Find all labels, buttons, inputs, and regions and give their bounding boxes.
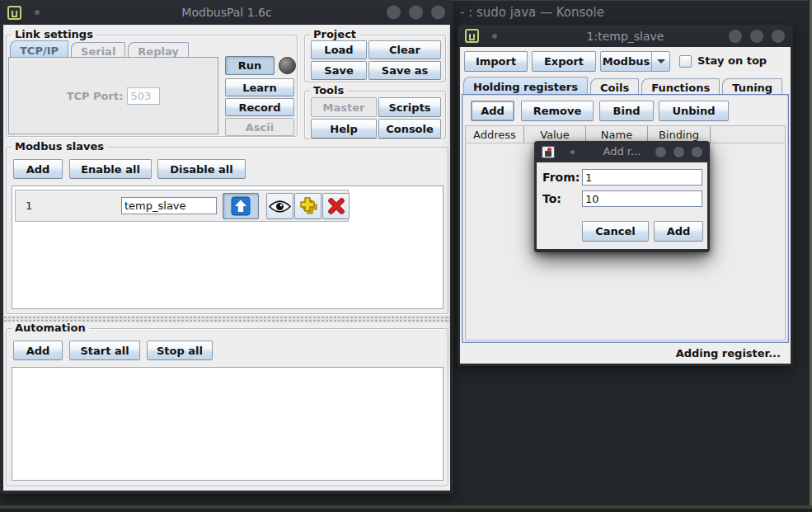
master-button: Master <box>311 97 377 117</box>
tab-tuning[interactable]: Tuning <box>722 78 782 96</box>
bind-button[interactable]: Bind <box>599 101 654 121</box>
window-controls <box>729 30 785 43</box>
slave-row: 1 <box>15 190 349 222</box>
clear-button[interactable]: Clear <box>368 40 441 59</box>
add-register-button[interactable]: Add <box>471 101 514 121</box>
dialog-body: From: To: Cancel Add <box>537 162 707 249</box>
column-header-name[interactable]: Name <box>586 126 648 143</box>
import-button[interactable]: Import <box>464 51 528 72</box>
register-tabs: Holding registers Coils Functions Tuning <box>463 77 785 96</box>
maximize-button[interactable] <box>409 6 423 20</box>
column-header-binding[interactable]: Binding <box>648 126 711 143</box>
modbus-slaves-title: Modbus slaves <box>12 140 107 153</box>
dialog-add-button[interactable]: Add <box>654 221 703 242</box>
modbuspal-window-icon <box>7 6 21 20</box>
cancel-button[interactable]: Cancel <box>582 221 649 242</box>
enable-all-button[interactable]: Enable all <box>69 159 152 179</box>
slave-enabled-toggle[interactable] <box>223 193 259 219</box>
from-label: From: <box>542 171 580 184</box>
tab-holding-registers[interactable]: Holding registers <box>463 77 588 96</box>
tcp-port-label: TCP Port: <box>67 90 124 102</box>
add-slave-button[interactable]: Add <box>13 159 63 179</box>
slave-view-button[interactable] <box>266 193 293 219</box>
modbuspal-window: ModbusPal 1.6c Link settings TCP/IP Seri… <box>0 0 453 494</box>
slave-id: 1 <box>26 200 32 212</box>
status-text: Adding register... <box>676 347 781 359</box>
temp-slave-titlebar[interactable]: 1:temp_slave <box>458 25 793 47</box>
maximize-button[interactable] <box>674 147 684 157</box>
start-all-button[interactable]: Start all <box>69 341 140 360</box>
project-group: Project Load Clear Save Save as <box>304 35 446 82</box>
konsole-title: - : sudo java — Konsole <box>460 1 604 25</box>
load-button[interactable]: Load <box>311 40 367 59</box>
help-button[interactable]: Help <box>311 119 377 139</box>
automation-title: Automation <box>12 322 89 334</box>
learn-button[interactable]: Learn <box>225 78 294 96</box>
tcp-port-input[interactable] <box>127 87 160 105</box>
window-controls <box>387 6 445 20</box>
close-button[interactable] <box>431 6 445 20</box>
minimize-button[interactable] <box>655 147 666 157</box>
close-button[interactable] <box>692 147 702 157</box>
close-button[interactable] <box>772 30 785 43</box>
save-as-button[interactable]: Save as <box>368 61 441 80</box>
slave-name-input[interactable] <box>121 197 217 214</box>
automation-list-panel <box>12 367 444 481</box>
remove-register-button[interactable]: Remove <box>521 101 594 121</box>
stop-all-button[interactable]: Stop all <box>147 341 213 360</box>
add-plus-icon <box>298 196 318 216</box>
slave-duplicate-button[interactable] <box>294 193 322 219</box>
titlebar-dot-icon <box>570 150 575 154</box>
slaves-list-panel: 1 <box>12 186 444 309</box>
eye-icon <box>269 200 291 214</box>
console-button[interactable]: Console <box>378 119 441 139</box>
modbuspal-titlebar[interactable]: ModbusPal 1.6c <box>0 0 453 25</box>
minimize-button[interactable] <box>729 30 742 43</box>
to-input[interactable] <box>582 190 702 207</box>
link-status-led-icon <box>279 57 296 74</box>
chevron-down-icon <box>651 52 669 71</box>
to-label: To: <box>542 192 561 205</box>
add-register-dialog: Add r... From: To: Cancel Add <box>534 141 710 252</box>
mode-select-value: Modbus <box>601 52 651 71</box>
stay-on-top-checkbox[interactable] <box>679 55 692 68</box>
temp-slave-window-title: 1:temp_slave <box>587 30 664 43</box>
screen-bottom <box>0 509 812 512</box>
from-input[interactable] <box>582 169 702 186</box>
tcpip-panel: TCP Port: <box>8 57 218 134</box>
tab-coils[interactable]: Coils <box>590 78 639 96</box>
unbind-button[interactable]: Unbind <box>659 101 729 121</box>
titlebar-dot-icon <box>35 10 40 15</box>
scripts-button[interactable]: Scripts <box>378 97 441 117</box>
column-header-filler <box>711 126 785 143</box>
run-button[interactable]: Run <box>225 56 275 75</box>
java-app-icon <box>542 146 555 158</box>
disable-all-button[interactable]: Disable all <box>157 159 246 179</box>
dialog-titlebar[interactable]: Add r... <box>534 141 710 162</box>
add-automation-button[interactable]: Add <box>13 341 63 360</box>
slave-delete-button[interactable] <box>322 193 350 219</box>
tools-title: Tools <box>310 84 347 96</box>
mode-select[interactable]: Modbus <box>600 51 670 72</box>
record-button[interactable]: Record <box>225 98 294 116</box>
link-settings-title: Link settings <box>12 28 96 40</box>
delete-x-icon <box>327 197 345 215</box>
titlebar-dot-icon <box>492 34 497 39</box>
dialog-title: Add r... <box>603 145 641 157</box>
modbus-slaves-group: Modbus slaves Add Enable all Disable all… <box>6 147 448 314</box>
up-arrow-icon <box>231 196 251 216</box>
save-button[interactable]: Save <box>311 61 367 80</box>
tools-group: Tools Master Scripts Help Console <box>304 91 446 139</box>
minimize-button[interactable] <box>387 6 401 20</box>
column-header-value[interactable]: Value <box>524 126 586 143</box>
column-header-address[interactable]: Address <box>466 126 524 143</box>
ascii-button: Ascii <box>225 118 294 136</box>
link-settings-group: Link settings TCP/IP Serial Replay TCP P… <box>6 35 298 137</box>
automation-group: Automation Add Start all Stop all <box>6 328 448 486</box>
maximize-button[interactable] <box>750 30 763 43</box>
temp-slave-window-icon <box>465 29 479 43</box>
stay-on-top-label: Stay on top <box>697 54 767 67</box>
dialog-window-controls <box>655 147 702 157</box>
export-button[interactable]: Export <box>532 51 596 72</box>
tab-functions[interactable]: Functions <box>641 78 720 96</box>
